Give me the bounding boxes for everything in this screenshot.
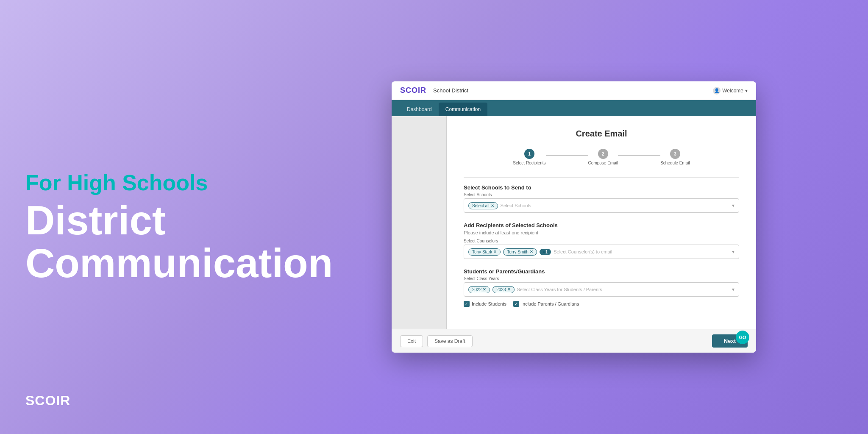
checkbox-parents-label: Include Parents / Guardians xyxy=(521,301,579,306)
sidebar xyxy=(392,116,447,329)
step-3: 3 Schedule Email xyxy=(660,149,690,165)
help-button[interactable]: GO xyxy=(736,331,749,344)
checkbox-include-parents[interactable]: ✓ Include Parents / Guardians xyxy=(513,301,579,307)
checkbox-students-box[interactable]: ✓ xyxy=(464,301,470,307)
counselors-placeholder: Select Counselor(s) to email xyxy=(554,249,612,254)
app-content: Create Email 1 Select Recipients 2 xyxy=(392,116,756,329)
select-schools-title: Select Schools to Send to xyxy=(464,184,739,191)
tag-tony-stark-remove[interactable]: ✕ xyxy=(493,250,497,254)
step-line-2 xyxy=(618,155,660,156)
select-schools-dropdown[interactable]: Select all ✕ Select Schools ▾ xyxy=(464,198,739,213)
step-circle-2: 2 xyxy=(598,149,608,159)
recipients-subtitle: Please include at least one recipient xyxy=(464,230,739,235)
app-school-name: School District xyxy=(433,87,468,94)
step-2: 2 Compose Email xyxy=(588,149,618,165)
step-label-1: Select Recipients xyxy=(513,161,545,165)
bottom-bar: Exit Save as Draft Next xyxy=(392,329,756,353)
tag-2022-remove[interactable]: ✕ xyxy=(483,287,486,292)
class-years-dropdown[interactable]: 2022 ✕ 2023 ✕ Select Class Years for Stu… xyxy=(464,282,739,297)
students-section: Students or Parents/Guardians Select Cla… xyxy=(464,268,739,307)
main-area: Create Email 1 Select Recipients 2 xyxy=(447,116,756,329)
main-title: District Communication xyxy=(25,199,254,285)
app-logo-area: SCOIR School District xyxy=(400,86,468,95)
select-all-x[interactable]: ✕ xyxy=(491,203,494,208)
step-label-3: Schedule Email xyxy=(660,161,690,165)
select-all-tag[interactable]: Select all ✕ xyxy=(468,202,498,209)
tag-2023-remove[interactable]: ✕ xyxy=(507,287,511,292)
step-circle-3: 3 xyxy=(670,149,680,159)
checkbox-row: ✓ Include Students ✓ Include Parents / G… xyxy=(464,301,739,307)
app-logo: SCOIR xyxy=(400,86,426,95)
recipients-section: Add Recipients of Selected Schools Pleas… xyxy=(464,222,739,259)
step-1: 1 Select Recipients xyxy=(513,149,545,165)
step-line-1 xyxy=(546,155,588,156)
app-window: SCOIR School District 👤 Welcome ▾ Dashbo… xyxy=(392,81,756,353)
checkbox-parents-box[interactable]: ✓ xyxy=(513,301,519,307)
checkbox-students-label: Include Students xyxy=(472,301,506,306)
tag-2023[interactable]: 2023 ✕ xyxy=(492,286,514,293)
class-years-arrow: ▾ xyxy=(732,287,734,292)
tag-2022[interactable]: 2022 ✕ xyxy=(468,286,490,293)
counselors-dropdown[interactable]: Tony Stark ✕ Terry Smith ✕ +1 Select Cou… xyxy=(464,245,739,259)
stepper: 1 Select Recipients 2 Compose Email xyxy=(464,149,739,165)
counselors-arrow: ▾ xyxy=(732,249,734,255)
app-header: SCOIR School District 👤 Welcome ▾ xyxy=(392,81,756,100)
counselors-label: Select Counselors xyxy=(464,239,739,243)
divider-1 xyxy=(464,177,739,178)
recipients-title: Add Recipients of Selected Schools xyxy=(464,222,739,228)
select-schools-section: Select Schools to Send to Select Schools… xyxy=(464,184,739,213)
select-schools-label: Select Schools xyxy=(464,192,739,197)
class-years-label: Select Class Years xyxy=(464,276,739,281)
exit-button[interactable]: Exit xyxy=(400,335,423,347)
tag-terry-smith[interactable]: Terry Smith ✕ xyxy=(503,248,537,256)
welcome-chevron: ▾ xyxy=(745,88,748,94)
checkbox-include-students[interactable]: ✓ Include Students xyxy=(464,301,506,307)
user-icon: 👤 xyxy=(713,87,721,95)
tag-tony-stark[interactable]: Tony Stark ✕ xyxy=(468,248,501,256)
app-window-wrapper: SCOIR School District 👤 Welcome ▾ Dashbo… xyxy=(392,81,756,353)
step-label-2: Compose Email xyxy=(588,161,618,165)
tagline: For High Schools xyxy=(25,171,254,195)
select-schools-arrow: ▾ xyxy=(732,203,734,209)
bottom-logo-text: SCOIR xyxy=(25,393,70,408)
plus-tag: +1 xyxy=(540,249,551,255)
page-title: Create Email xyxy=(464,129,739,139)
welcome-label: Welcome xyxy=(722,88,743,94)
select-schools-placeholder: Select Schools xyxy=(501,203,531,208)
title-line1: District xyxy=(25,198,166,243)
tab-dashboard[interactable]: Dashboard xyxy=(400,103,439,116)
step-circle-1: 1 xyxy=(524,149,534,159)
bottom-left-buttons: Exit Save as Draft xyxy=(400,335,473,347)
left-panel: For High Schools District Communication … xyxy=(0,0,280,434)
tab-communication[interactable]: Communication xyxy=(439,103,487,116)
right-panel: SCOIR School District 👤 Welcome ▾ Dashbo… xyxy=(280,73,868,361)
save-draft-button[interactable]: Save as Draft xyxy=(427,335,473,347)
students-title: Students or Parents/Guardians xyxy=(464,268,739,275)
bottom-logo: SCOIR xyxy=(25,393,70,409)
class-years-placeholder: Select Class Years for Students / Parent… xyxy=(517,287,602,292)
nav-tabs: Dashboard Communication xyxy=(392,100,756,116)
tag-terry-smith-remove[interactable]: ✕ xyxy=(530,250,533,254)
app-welcome[interactable]: 👤 Welcome ▾ xyxy=(713,87,748,95)
